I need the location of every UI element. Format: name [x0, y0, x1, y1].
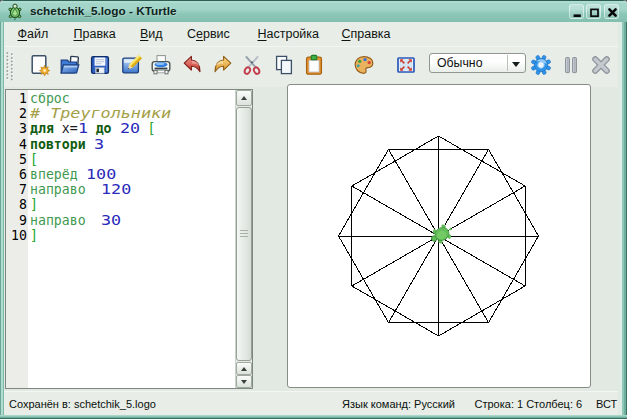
pause-button[interactable]	[556, 50, 586, 80]
run-speed-combobox[interactable]: Обычно	[429, 53, 526, 73]
line-number: 5	[6, 152, 28, 167]
line-number-gutter: 12345678910	[6, 90, 28, 388]
statusbar: Сохранён в: schetchik_5.logo Язык команд…	[4, 391, 618, 415]
pause-icon	[560, 54, 582, 76]
redo-button[interactable]	[208, 50, 238, 80]
code-line-8[interactable]: ]	[28, 197, 235, 212]
code-editor[interactable]: 12345678910 сброс# Треугольникидля x=1 д…	[5, 89, 253, 389]
code-line-1[interactable]: сброс	[28, 91, 235, 106]
kturtle-window: schetchik_5.logo - KTurtle ФайлПравкаВид…	[0, 0, 627, 419]
arrow-up-icon	[241, 96, 247, 100]
menu-Файл[interactable]: Файл	[18, 22, 49, 46]
scrollbar-down-button[interactable]	[236, 375, 252, 388]
code-line-5[interactable]: [	[28, 152, 235, 167]
save-floppy-icon	[89, 54, 111, 76]
menu-Вид[interactable]: Вид	[140, 22, 163, 46]
fullscreen-icon	[395, 54, 417, 76]
code-area[interactable]: сброс# Треугольникидля x=1 до 20 [повтор…	[28, 90, 235, 388]
run-button[interactable]	[526, 50, 556, 80]
status-insert-mode: ВСТ	[596, 392, 617, 415]
code-line-6[interactable]: вперёд 100	[28, 167, 235, 182]
line-number: 4	[6, 137, 28, 152]
turtle-canvas[interactable]	[287, 84, 591, 388]
window-border-right	[618, 21, 627, 419]
code-line-9[interactable]: направо 30	[28, 213, 235, 228]
code-line-3[interactable]: для x=1 до 20 [	[28, 121, 235, 136]
undo-button[interactable]	[177, 50, 207, 80]
line-number: 7	[6, 182, 28, 197]
print-icon	[150, 54, 172, 76]
stop-button[interactable]	[586, 50, 616, 80]
maximize-icon	[588, 6, 601, 19]
undo-arrow-icon	[181, 54, 203, 76]
scrollbar-up-button[interactable]	[236, 90, 252, 106]
code-line-10[interactable]: ]	[28, 228, 235, 243]
menu-Правка[interactable]: Правка	[74, 22, 116, 46]
line-number: 9	[6, 213, 28, 228]
window-border-left	[0, 21, 4, 419]
window-title: schetchik_5.logo - KTurtle	[30, 0, 177, 22]
edit-button[interactable]	[116, 50, 146, 80]
print-button[interactable]	[146, 50, 176, 80]
maximize-button[interactable]	[586, 4, 601, 19]
arrow-down-icon	[241, 380, 247, 384]
line-number: 10	[6, 228, 28, 243]
paste-button[interactable]	[299, 50, 329, 80]
color-picker-button[interactable]	[349, 50, 379, 80]
cut-button[interactable]	[237, 50, 267, 80]
toolbar: Обычно	[4, 46, 618, 87]
line-number: 3	[6, 121, 28, 136]
open-file-button[interactable]	[55, 50, 85, 80]
redo-arrow-icon	[212, 54, 234, 76]
menubar: ФайлПравкаВидСервисНастройкаСправка	[4, 22, 618, 46]
scrollbar-up-button-2[interactable]	[236, 362, 252, 375]
run-speed-value: Обычно	[437, 54, 482, 72]
line-number: 1	[6, 91, 28, 106]
editor-vertical-scrollbar[interactable]	[235, 90, 252, 388]
new-file-icon	[29, 54, 51, 76]
cut-scissors-icon	[241, 54, 263, 76]
code-line-4[interactable]: повтори 3	[28, 137, 235, 152]
scrollbar-thumb[interactable]	[236, 107, 252, 361]
menu-Настройка[interactable]: Настройка	[258, 22, 320, 46]
line-number: 2	[6, 106, 28, 121]
run-gear-icon	[530, 54, 552, 76]
copy-button[interactable]	[269, 50, 299, 80]
line-number: 6	[6, 167, 28, 182]
status-command-language: Язык команд: Русский	[342, 392, 455, 415]
new-file-button[interactable]	[25, 50, 55, 80]
open-folder-icon	[59, 54, 81, 76]
arrow-up-icon	[241, 367, 247, 371]
status-saved-message: Сохранён в: schetchik_5.logo	[9, 392, 156, 415]
minimize-button[interactable]	[569, 4, 584, 19]
close-icon	[606, 6, 619, 19]
stop-icon	[590, 54, 612, 76]
code-line-2[interactable]: # Треугольники	[28, 106, 235, 121]
line-number: 8	[6, 197, 28, 212]
combo-dropdown-arrow-icon[interactable]	[507, 55, 525, 71]
window-border-bottom	[0, 415, 627, 419]
menu-Сервис[interactable]: Сервис	[187, 22, 230, 46]
paste-clipboard-icon	[303, 54, 325, 76]
edit-pencil-icon	[120, 54, 142, 76]
fullscreen-button[interactable]	[391, 50, 421, 80]
palette-icon	[353, 54, 375, 76]
menu-Справка[interactable]: Справка	[342, 22, 391, 46]
turtle-drawing	[288, 85, 590, 387]
close-button[interactable]	[604, 4, 619, 19]
copy-icon	[273, 54, 295, 76]
app-turtle-icon	[7, 3, 23, 20]
save-file-button[interactable]	[85, 50, 115, 80]
toolbar-grip-handle[interactable]	[5, 51, 15, 83]
scrollbar-grip-icon	[240, 230, 248, 238]
code-line-7[interactable]: направо 120	[28, 182, 235, 197]
status-cursor-position: Строка: 1 Столбец: 6	[475, 392, 583, 415]
minimize-icon	[571, 6, 584, 19]
titlebar[interactable]: schetchik_5.logo - KTurtle	[0, 0, 627, 22]
